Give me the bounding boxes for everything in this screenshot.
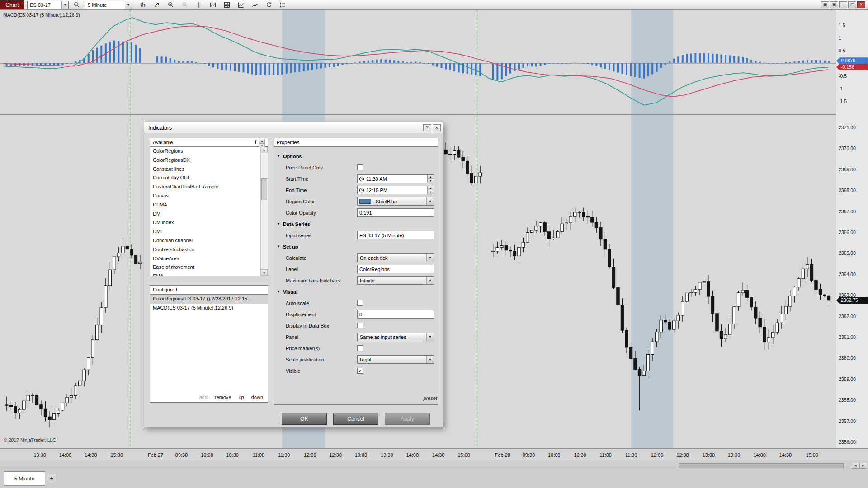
- preset-link[interactable]: preset: [423, 395, 437, 401]
- configured-indicator-item[interactable]: MACD(ES 03-17 (5 Minute),12,26,9): [150, 304, 268, 313]
- time-axis-label: Feb 27: [148, 452, 163, 458]
- tab-5-minute[interactable]: 5 Minute: [4, 471, 45, 486]
- dialog-close-button[interactable]: ✕: [433, 124, 441, 131]
- data-grid-icon[interactable]: [222, 0, 232, 9]
- available-indicator-item[interactable]: Double stochastics: [150, 245, 260, 254]
- property-label: Input series: [278, 233, 357, 238]
- visible-checkbox[interactable]: ✓: [357, 368, 363, 374]
- end-time-spinner[interactable]: ▲▼: [427, 186, 434, 194]
- instrument-select[interactable]: ES 03-17 ▼: [27, 1, 69, 9]
- start-time-input[interactable]: 11:30 AM▲▼: [357, 174, 434, 183]
- time-axis-label: 15:00: [458, 452, 470, 458]
- available-indicator-item[interactable]: Current day OHL: [150, 174, 260, 183]
- interval-select[interactable]: 5 Minute ▼: [85, 1, 132, 9]
- available-indicator-item[interactable]: Ease of movement: [150, 263, 260, 272]
- property-group-options[interactable]: ▼Options: [274, 150, 438, 162]
- label-input[interactable]: ColorRegions: [357, 265, 434, 273]
- close-button[interactable]: ✕: [857, 1, 865, 8]
- available-indicator-item[interactable]: ColorRegions: [150, 147, 260, 156]
- available-indicator-item[interactable]: DM: [150, 210, 260, 219]
- zoom-in-icon[interactable]: [165, 0, 176, 9]
- available-indicator-item[interactable]: DEMA: [150, 201, 260, 210]
- time-axis-label: 11:00: [599, 452, 612, 458]
- interval-link-icon[interactable]: ▣: [830, 1, 838, 8]
- add-tab-button[interactable]: +: [47, 474, 56, 483]
- dialog-titlebar[interactable]: Indicators ? ✕: [144, 122, 443, 133]
- region-color-select[interactable]: SteelBlue▼: [357, 197, 434, 206]
- available-indicator-item[interactable]: DMI: [150, 227, 260, 236]
- minimize-button[interactable]: –: [839, 1, 847, 8]
- reload-icon[interactable]: [264, 0, 274, 9]
- available-scrollbar-thumb[interactable]: [261, 178, 267, 200]
- chart-style-icon[interactable]: [137, 0, 148, 9]
- end-time-input[interactable]: 12:15 PM▲▼: [357, 186, 434, 194]
- price-axis-column[interactable]: 1.510.5-0.5-1-1.52371.002370.002369.0023…: [836, 10, 868, 448]
- available-header-spinner[interactable]: ▲▼: [259, 139, 265, 146]
- help-button[interactable]: ?: [423, 124, 431, 131]
- property-row-end-time: End Time12:15 PM▲▼: [274, 184, 438, 196]
- maximum-bars-look-back-select[interactable]: Infinite▼: [357, 276, 434, 285]
- time-axis-label: 13:30: [728, 452, 741, 458]
- time-axis[interactable]: 13:3014:0014:3015:00Feb 2709:3010:0010:3…: [0, 448, 868, 462]
- tab-label: 5 Minute: [14, 476, 34, 481]
- property-group-visual[interactable]: ▼Visual: [274, 286, 438, 297]
- instrument-link-icon[interactable]: ▣: [821, 1, 829, 8]
- macd-panel-chart[interactable]: [0, 10, 836, 114]
- available-indicator-list[interactable]: ColorRegionsColorRegionsDXConstant lines…: [150, 147, 268, 276]
- snapshot-icon[interactable]: [208, 0, 218, 9]
- info-button[interactable]: i: [252, 139, 259, 146]
- strategies-icon[interactable]: [250, 0, 260, 9]
- available-indicator-item[interactable]: DValueArea: [150, 254, 260, 263]
- configured-action-up[interactable]: up: [238, 394, 244, 400]
- price-panel-only-checkbox[interactable]: [357, 164, 363, 170]
- properties-grid: ▼OptionsPrice Panel OnlyStart Time11:30 …: [274, 147, 438, 405]
- configured-action-remove[interactable]: remove: [215, 394, 231, 400]
- displacement-input[interactable]: 0: [357, 310, 434, 319]
- time-axis-label: 10:00: [548, 452, 561, 458]
- available-indicator-item[interactable]: Darvas: [150, 192, 260, 201]
- time-axis-label: 12:00: [651, 452, 664, 458]
- available-list-scrollbar[interactable]: ▲ ▼: [260, 147, 268, 276]
- indicators-icon[interactable]: [236, 0, 246, 9]
- draw-tool-icon[interactable]: [151, 0, 162, 9]
- panel-select[interactable]: Same as input series▼: [357, 333, 434, 341]
- properties-icon[interactable]: [278, 0, 288, 9]
- horizontal-scrollbar[interactable]: ◄ ►: [0, 462, 868, 469]
- price-axis-label: 2371.00: [839, 125, 856, 130]
- calculate-select[interactable]: On each tick▼: [357, 253, 434, 262]
- ok-button[interactable]: OK: [282, 413, 327, 425]
- property-group-set-up[interactable]: ▼Set up: [274, 241, 438, 252]
- search-icon[interactable]: [71, 0, 82, 9]
- property-row-price-panel-only: Price Panel Only: [274, 162, 438, 173]
- configured-action-down[interactable]: down: [251, 394, 263, 400]
- available-indicator-item[interactable]: DM index: [150, 218, 260, 227]
- scroll-right-arrow[interactable]: ►: [859, 463, 867, 469]
- panel-divider[interactable]: [0, 114, 868, 115]
- price-marker-s-checkbox[interactable]: [357, 345, 363, 351]
- configured-indicator-list[interactable]: ColorRegions(ES 03-17 (),2/28/2017 12:15…: [150, 294, 268, 403]
- configured-indicator-item[interactable]: ColorRegions(ES 03-17 (),2/28/2017 12:15…: [150, 295, 268, 304]
- color-opacity-input[interactable]: 0.191: [357, 208, 434, 217]
- scale-justification-select[interactable]: Right▼: [357, 355, 434, 364]
- scrollbar-thumb[interactable]: [679, 463, 844, 468]
- auto-scale-checkbox[interactable]: [357, 300, 363, 306]
- clock-icon: [359, 188, 364, 193]
- available-indicator-item[interactable]: Donchian channel: [150, 236, 260, 245]
- input-series-input[interactable]: ES 03-17 (5 Minute): [357, 231, 434, 239]
- scroll-up-icon[interactable]: ▲: [261, 147, 268, 153]
- property-row-panel: PanelSame as input series▼: [274, 331, 438, 343]
- cancel-button[interactable]: Cancel: [333, 413, 378, 425]
- display-in-data-box-checkbox[interactable]: [357, 323, 363, 328]
- available-indicator-item[interactable]: Constant lines: [150, 165, 260, 174]
- available-indicator-item[interactable]: CustomChartToolBarExample: [150, 183, 260, 192]
- property-group-data-series[interactable]: ▼Data Series: [274, 218, 438, 230]
- scroll-left-arrow[interactable]: ◄: [852, 463, 859, 469]
- maximize-button[interactable]: ▢: [848, 1, 856, 8]
- property-label: Auto scale: [278, 300, 357, 306]
- scroll-down-icon[interactable]: ▼: [261, 269, 268, 276]
- available-indicator-item[interactable]: EMA: [150, 272, 260, 276]
- start-time-spinner[interactable]: ▲▼: [427, 175, 434, 183]
- crosshair-icon[interactable]: [193, 0, 204, 9]
- available-indicator-item[interactable]: ColorRegionsDX: [150, 156, 260, 165]
- available-header-label: Available: [153, 140, 173, 145]
